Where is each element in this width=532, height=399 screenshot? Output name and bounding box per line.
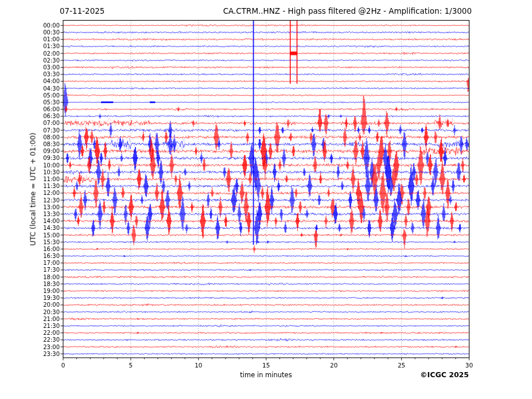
y-tick-label: 08:30	[0, 141, 60, 147]
y-tick-label: 17:00	[0, 260, 60, 266]
x-tick-label: 0	[52, 362, 75, 369]
y-tick-label: 18:00	[0, 274, 60, 280]
y-tick-label: 22:30	[0, 337, 60, 343]
y-tick-label: 02:30	[0, 57, 60, 64]
y-tick-label: 21:30	[0, 323, 60, 329]
y-tick-label: 07:30	[0, 127, 60, 134]
y-tick-label: 14:30	[0, 225, 60, 231]
y-tick-label: 19:00	[0, 288, 60, 294]
y-tick-label: 20:00	[0, 302, 60, 308]
y-tick-label: 11:30	[0, 183, 60, 189]
y-tick-label: 03:00	[0, 64, 60, 71]
y-tick-label: 10:00	[0, 162, 60, 169]
y-tick-label: 01:00	[0, 36, 60, 42]
seismogram-canvas	[0, 0, 532, 399]
x-tick-label: 30	[458, 362, 481, 369]
y-tick-label: 22:00	[0, 330, 60, 336]
helicorder-figure: 07-11-2025 CA.CTRM..HNZ - High pass filt…	[0, 0, 532, 399]
x-tick-label: 15	[255, 362, 278, 369]
x-tick-label: 10	[187, 362, 210, 369]
y-tick-label: 21:00	[0, 316, 60, 322]
y-tick-label: 09:30	[0, 155, 60, 161]
y-tick-label: 04:00	[0, 78, 60, 84]
y-tick-label: 07:00	[0, 120, 60, 126]
y-tick-label: 18:30	[0, 281, 60, 287]
y-tick-label: 11:00	[0, 176, 60, 182]
y-tick-label: 13:30	[0, 211, 60, 217]
y-tick-label: 06:30	[0, 113, 60, 119]
y-tick-label: 15:30	[0, 239, 60, 245]
y-tick-label: 17:30	[0, 267, 60, 273]
y-tick-label: 15:00	[0, 232, 60, 238]
y-tick-label: 05:00	[0, 92, 60, 99]
plot-date: 07-11-2025	[60, 6, 104, 15]
copyright-label: ©ICGC 2025	[420, 370, 469, 379]
y-tick-label: 23:30	[0, 351, 60, 357]
x-tick-label: 20	[323, 362, 345, 369]
y-tick-label: 16:30	[0, 253, 60, 259]
x-tick-label: 5	[119, 362, 142, 369]
y-tick-label: 20:30	[0, 309, 60, 315]
y-tick-label: 12:00	[0, 190, 60, 196]
y-tick-label: 00:00	[0, 22, 60, 29]
y-tick-label: 08:00	[0, 134, 60, 140]
y-tick-label: 16:00	[0, 246, 60, 252]
y-tick-label: 03:30	[0, 71, 60, 77]
y-tick-label: 10:30	[0, 169, 60, 175]
y-tick-label: 01:30	[0, 43, 60, 49]
y-tick-label: 23:00	[0, 344, 60, 350]
y-tick-label: 14:00	[0, 218, 60, 224]
plot-title: CA.CTRM..HNZ - High pass filtered @2Hz -…	[223, 6, 472, 15]
y-tick-label: 13:00	[0, 204, 60, 210]
x-tick-label: 25	[390, 362, 413, 369]
y-tick-label: 04:30	[0, 85, 60, 92]
y-tick-label: 02:00	[0, 50, 60, 57]
y-tick-label: 09:00	[0, 148, 60, 154]
y-tick-label: 06:00	[0, 106, 60, 112]
y-tick-label: 19:30	[0, 295, 60, 301]
y-tick-label: 05:30	[0, 99, 60, 105]
y-tick-label: 00:30	[0, 29, 60, 36]
y-tick-label: 12:30	[0, 197, 60, 204]
